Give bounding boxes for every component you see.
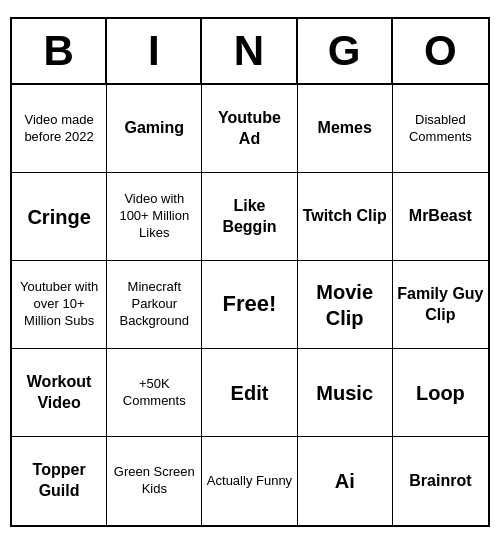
cell-label: Twitch Clip [303, 206, 387, 227]
cell-label: Video made before 2022 [16, 112, 102, 146]
cell-label: Disabled Comments [397, 112, 484, 146]
cell-label: Cringe [27, 204, 90, 230]
bingo-cell[interactable]: Twitch Clip [298, 173, 393, 261]
cell-label: Video with 100+ Million Likes [111, 191, 197, 242]
bingo-letter-G: G [298, 19, 393, 83]
bingo-cell[interactable]: Minecraft Parkour Background [107, 261, 202, 349]
bingo-cell[interactable]: Video with 100+ Million Likes [107, 173, 202, 261]
cell-label: Youtuber with over 10+ Million Subs [16, 279, 102, 330]
cell-label: Workout Video [16, 372, 102, 414]
bingo-cell[interactable]: Movie Clip [298, 261, 393, 349]
cell-label: Gaming [125, 118, 185, 139]
bingo-cell[interactable]: Brainrot [393, 437, 488, 525]
bingo-cell[interactable]: Topper Guild [12, 437, 107, 525]
bingo-cell[interactable]: Video made before 2022 [12, 85, 107, 173]
bingo-cell[interactable]: Workout Video [12, 349, 107, 437]
bingo-cell[interactable]: Music [298, 349, 393, 437]
bingo-cell[interactable]: Youtube Ad [202, 85, 297, 173]
bingo-cell[interactable]: Loop [393, 349, 488, 437]
bingo-letter-N: N [202, 19, 297, 83]
bingo-letter-B: B [12, 19, 107, 83]
bingo-cell[interactable]: Ai [298, 437, 393, 525]
bingo-cell[interactable]: Green Screen Kids [107, 437, 202, 525]
bingo-cell[interactable]: +50K Comments [107, 349, 202, 437]
bingo-cell[interactable]: Family Guy Clip [393, 261, 488, 349]
bingo-cell[interactable]: Like Beggin [202, 173, 297, 261]
cell-label: Brainrot [409, 471, 471, 492]
cell-label: Family Guy Clip [397, 284, 484, 326]
cell-label: Green Screen Kids [111, 464, 197, 498]
bingo-cell[interactable]: Disabled Comments [393, 85, 488, 173]
bingo-cell[interactable]: Memes [298, 85, 393, 173]
bingo-letter-I: I [107, 19, 202, 83]
bingo-cell[interactable]: Gaming [107, 85, 202, 173]
cell-label: Edit [231, 380, 269, 406]
cell-label: Youtube Ad [206, 108, 292, 150]
cell-label: Loop [416, 380, 465, 406]
cell-label: Minecraft Parkour Background [111, 279, 197, 330]
cell-label: Movie Clip [302, 279, 388, 331]
bingo-letter-O: O [393, 19, 488, 83]
cell-label: +50K Comments [111, 376, 197, 410]
bingo-grid: Video made before 2022GamingYoutube AdMe… [12, 85, 488, 525]
bingo-cell[interactable]: Edit [202, 349, 297, 437]
cell-label: Topper Guild [16, 460, 102, 502]
cell-label: Free! [223, 290, 277, 319]
cell-label: Music [316, 380, 373, 406]
bingo-cell[interactable]: Actually Funny [202, 437, 297, 525]
bingo-cell[interactable]: Free! [202, 261, 297, 349]
bingo-header: BINGO [12, 19, 488, 85]
bingo-cell[interactable]: Cringe [12, 173, 107, 261]
cell-label: Like Beggin [206, 196, 292, 238]
bingo-card: BINGO Video made before 2022GamingYoutub… [10, 17, 490, 527]
cell-label: Actually Funny [207, 473, 292, 490]
bingo-cell[interactable]: MrBeast [393, 173, 488, 261]
bingo-cell[interactable]: Youtuber with over 10+ Million Subs [12, 261, 107, 349]
cell-label: Ai [335, 468, 355, 494]
cell-label: MrBeast [409, 206, 472, 227]
cell-label: Memes [318, 118, 372, 139]
